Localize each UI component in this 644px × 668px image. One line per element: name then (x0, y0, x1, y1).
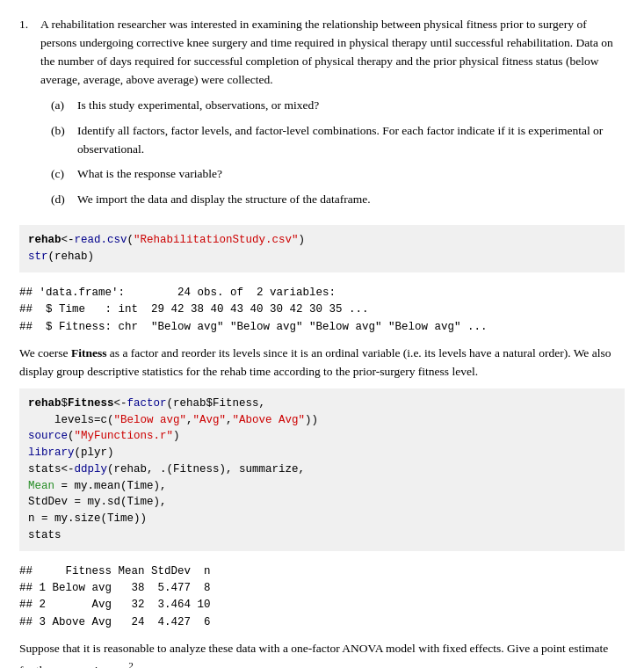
part-b-label: (b) (51, 122, 72, 159)
part-b-text: Identify all factors, factor levels, and… (77, 122, 625, 159)
output-block-1: ## 'data.frame': 24 obs. of 2 variables:… (19, 280, 625, 338)
part-a-label: (a) (51, 97, 72, 115)
part-a-text: Is this study experimental, observations… (77, 97, 319, 115)
question-1: 1. A rehabilitation researcher was inter… (19, 16, 625, 216)
part-d: (d) We import the data and display the s… (51, 191, 625, 209)
part-c: (c) What is the response variable? (51, 165, 625, 184)
question-container: 1. A rehabilitation researcher was inter… (19, 16, 625, 668)
part-b: (b) Identify all factors, factor levels,… (51, 122, 625, 159)
part-a: (a) Is this study experimental, observat… (51, 97, 625, 115)
part-d-text: We import the data and display the struc… (77, 191, 371, 209)
part-d-label: (d) (51, 191, 72, 209)
intro-text: A rehabilitation researcher was interest… (40, 18, 613, 86)
prose-3: Suppose that it is reasonable to analyze… (19, 640, 625, 668)
part-c-text: What is the response variable? (77, 165, 222, 184)
question-number: 1. (19, 16, 35, 216)
code-block-1: rehab<-read.csv("RehabilitationStudy.csv… (19, 225, 625, 272)
part-c-label: (c) (51, 165, 72, 184)
code-block-2: rehab$Fitness<-factor(rehab$Fitness, lev… (19, 388, 625, 551)
output-block-2: ## Fitness Mean StdDev n ## 1 Below avg … (19, 558, 625, 634)
prose-2: We coerse Fitness as a factor and reorde… (19, 345, 625, 381)
question-intro: A rehabilitation researcher was interest… (40, 16, 625, 216)
